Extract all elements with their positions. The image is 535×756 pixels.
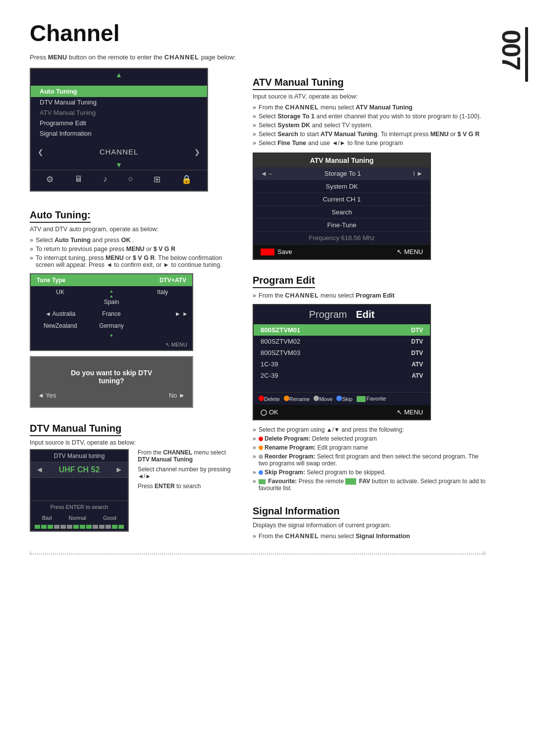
sub-bullet-reorder: Reorder Program: Select first program an… [253,452,485,468]
page-title: Channel [30,20,485,47]
skip-icon [336,396,342,401]
program-row-3: 800SZTVM03 DTV [254,347,430,358]
atv-row-search: Search [254,206,430,219]
channel-menu-label: CHANNEL [100,148,139,156]
program-edit-footer: OK ↖ MENU [254,405,430,419]
signal-info-title: Signal Information [253,505,340,519]
yes-option: ◄ Yes [38,392,56,399]
program-type-1: DTV [411,327,423,334]
fav-icon [357,396,366,402]
ok-btn: OK [261,408,278,416]
program-spacer [254,381,430,392]
atv-search-label: Search [331,208,352,216]
dtv-spacer [31,478,128,494]
intro-text: Press MENU button on the remote to enter… [30,53,485,61]
tune-type-row-3: NewZealand Germany [31,320,192,332]
fav-button-icon [345,478,356,485]
no-option: No ► [169,392,185,399]
program-type-4: ATV [412,361,423,368]
sub-skip-icon [259,470,263,475]
atv-box-title: ATV Manual Tuning [254,153,430,167]
atv-bullet-5: Select Fine Tune and use ◄/► to fine tun… [253,139,485,148]
program-row-1: 800SZTVM01 DTV [254,324,430,336]
atv-freq-label: Frequency 618.56 Mhz [309,234,375,242]
delete-icon [259,396,264,401]
program-edit-icons: Delete Rename Move Skip Favorite [254,392,430,405]
tune-type-header: Tune Type DTV+ATV [31,274,192,286]
auto-tuning-bullet-1: Select Auto Tuning and press OK . [30,236,238,245]
music-icon: ♪ [103,174,107,185]
skip-dtv-box: Do you want to skip DTVtuning? ◄ Yes No … [30,356,193,408]
auto-tuning-desc: ATV and DTV auto program, operate as bel… [30,226,238,233]
chevron-right-icon: ❯ [194,148,200,156]
program-row-5: 2C-39 ATV [254,370,430,381]
program-type-5: ATV [412,372,423,379]
program-edit-title: Program Edit [253,275,315,288]
atv-manual-box: ATV Manual Tuning ◄ – Storage To 1 I ► S… [253,152,431,260]
dtv-box-header: DTV Manual tuning [31,450,128,462]
move-icon [314,396,319,401]
program-type-2: DTV [411,338,423,345]
rename-icon [284,396,289,401]
dot-right: o [482,550,485,555]
atv-arrow-left: ◄ – [261,170,272,177]
program-edit-box: Program Edit 800SZTVM01 DTV 800SZTVM02 D… [253,304,431,420]
atv-bullet-3: Select System DK and select TV system. [253,121,485,130]
program-edit-header: Program Edit [254,305,430,324]
settings-icon: ⚙ [46,174,54,185]
atv-bullet-4: Select Search to start ATV Manual Tuning… [253,130,485,139]
sub-bullet-select: Select the program using ▲/▼ and press t… [253,425,485,434]
auto-tuning-bullets: Select Auto Tuning and press OK . To ret… [30,236,238,269]
channel-menu-header: ❮ CHANNEL ❯ [31,144,207,160]
atv-storage-label: Storage To 1 [324,170,361,177]
atv-footer: Save ↖ MENU [254,245,430,259]
atv-save-label: Save [277,248,292,255]
atv-manual-bullets: From the CHANNEL menu select ATV Manual … [253,103,485,148]
tune-type-label: Tune Type [37,277,65,284]
program-name-2: 800SZTVM02 [261,338,300,345]
dtv-signal-row: Bad Normal Good [31,513,128,523]
program-row-4: 1C-39 ATV [254,358,430,370]
lock-icon: 🔒 [181,174,192,185]
atv-save: Save [261,248,292,255]
dtv-arrow-right-icon: ► [115,465,123,474]
menu-item-atv-manual: ATV Manual Tuning [31,107,207,118]
menu-arrow-up: ▲ [31,69,207,81]
dtv-signal-bars [31,523,128,531]
save-dot-icon [261,249,274,255]
auto-tuning-bullet-3: To interrupt tuning, press MENU or $ V G… [30,253,238,269]
sub-bullet-fav: Favourite: Press the remote FAV button t… [253,477,485,493]
program-row-2: 800SZTVM02 DTV [254,336,430,347]
ok-circle-icon [261,409,267,416]
dtv-channel-value: UHF CH 52 [59,465,100,474]
tune-type-row-2: Australia France ► [31,308,192,320]
sub-fav-icon [259,479,266,484]
menu-item-dtv-manual: DTV Manual Tuning [31,97,207,107]
tune-type-value: DTV+ATV [160,277,186,284]
atv-manual-title: ATV Manual Tuning [253,77,344,90]
tune-type-table: Tune Type DTV+ATV UK ▲ Spain Italy Austr… [30,273,193,351]
sub-delete-icon [259,437,263,441]
page-number: 007 [496,30,526,70]
sub-bullet-skip: Skip Program: Select program to be skipp… [253,468,485,477]
atv-row-fine: Fine-Tune [254,219,430,232]
menu-item-signal-info: Signal Information [31,128,207,139]
dtv-manual-desc: Input source is DTV, operate as below: [30,439,238,446]
auto-tuning-bullet-2: To return to previous page press MENU or… [30,245,238,253]
atv-bullet-2: Select Storage To 1 and enter channel th… [253,112,485,121]
atv-system-label: System DK [325,183,358,190]
dtv-manual-title: DTV Manual Tuning [30,423,121,436]
program-edit-bullet: From the CHANNEL menu select Program Edi… [253,291,485,300]
dot-left: I [30,550,31,555]
program-name-5: 2C-39 [261,372,278,379]
dtv-inner: DTV Manual tuning ◄ UHF CH 52 ► Press EN… [30,449,238,532]
menu-item-programme-edit: Programme Edit [31,118,207,128]
tune-type-row-1: UK ▲ Spain Italy [31,286,192,308]
atv-row-system: System DK [254,180,430,193]
atv-current-label: Current CH 1 [323,196,361,203]
atv-arrow-right: I ► [413,170,423,177]
tune-type-row-down: ▼ [31,332,192,340]
prog-word: Program [309,309,347,320]
channel-menu-box: ▲ Auto Tuning DTV Manual Tuning ATV Manu… [30,68,208,192]
tune-type-menu: ↖ MENU [31,340,192,350]
